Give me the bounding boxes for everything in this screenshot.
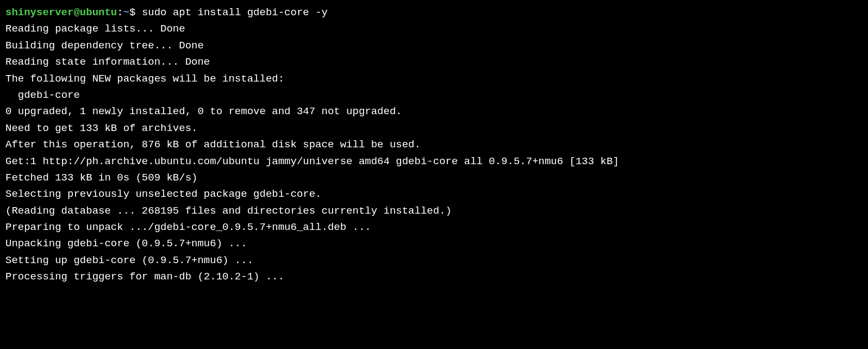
output-line: The following NEW packages will be insta… <box>5 73 284 85</box>
output-line: After this operation, 876 kB of addition… <box>5 139 421 151</box>
command-input: sudo apt install gdebi-core -y <box>142 7 328 18</box>
output-line: Need to get 133 kB of archives. <box>5 122 197 134</box>
prompt-path: ~ <box>123 7 129 18</box>
prompt-user: shinyserver <box>5 7 73 18</box>
prompt-at: @ <box>73 7 79 18</box>
prompt-host: ubuntu <box>80 7 117 18</box>
output-line: Processing triggers for man-db (2.10.2-1… <box>5 271 284 283</box>
output-line: gdebi-core <box>5 89 80 101</box>
terminal-window[interactable]: shinyserver@ubuntu:~$ sudo apt install g… <box>5 4 863 285</box>
prompt-colon: : <box>117 7 123 18</box>
output-line: Reading state information... Done <box>5 56 210 68</box>
output-line: Setting up gdebi-core (0.9.5.7+nmu6) ... <box>5 254 253 266</box>
output-line: Preparing to unpack .../gdebi-core_0.9.5… <box>5 221 371 233</box>
output-line: Selecting previously unselected package … <box>5 188 322 200</box>
output-line: Reading package lists... Done <box>5 23 185 35</box>
prompt-dollar: $ <box>129 7 142 18</box>
output-line: Building dependency tree... Done <box>5 40 204 52</box>
output-line: Unpacking gdebi-core (0.9.5.7+nmu6) ... <box>5 238 247 250</box>
output-line: Get:1 http://ph.archive.ubuntu.com/ubunt… <box>5 155 619 167</box>
output-line: (Reading database ... 268195 files and d… <box>5 205 452 217</box>
output-line: 0 upgraded, 1 newly installed, 0 to remo… <box>5 105 402 117</box>
output-line: Fetched 133 kB in 0s (509 kB/s) <box>5 172 197 184</box>
